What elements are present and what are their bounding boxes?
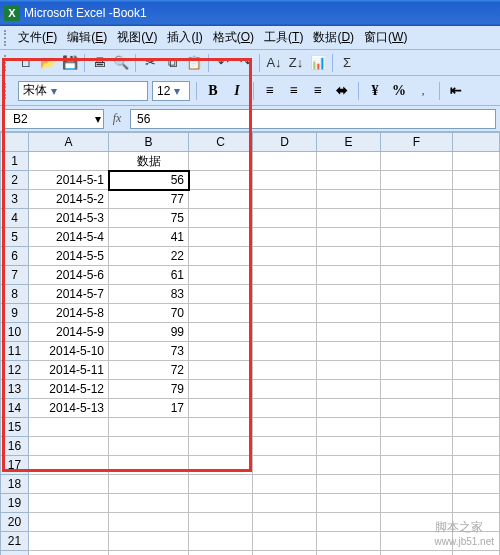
cell[interactable] [109, 456, 189, 475]
cell[interactable] [189, 247, 253, 266]
cell[interactable] [381, 494, 453, 513]
row-header[interactable]: 14 [1, 399, 29, 418]
cell[interactable] [189, 380, 253, 399]
row-header[interactable]: 11 [1, 342, 29, 361]
cell[interactable] [109, 475, 189, 494]
save-icon[interactable]: 💾 [60, 53, 80, 73]
row-header[interactable]: 5 [1, 228, 29, 247]
cell[interactable] [317, 456, 381, 475]
menu-v[interactable]: 视图(V) [113, 28, 161, 46]
cell[interactable] [29, 475, 109, 494]
cell[interactable] [253, 247, 317, 266]
cell[interactable]: 70 [109, 304, 189, 323]
cell[interactable] [109, 551, 189, 556]
cell[interactable] [317, 209, 381, 228]
cell[interactable] [317, 228, 381, 247]
redo-icon[interactable]: ↷ [235, 53, 255, 73]
cell[interactable] [189, 266, 253, 285]
cell[interactable] [381, 152, 453, 171]
cell[interactable]: 75 [109, 209, 189, 228]
cell[interactable] [453, 209, 500, 228]
copy-icon[interactable]: ⧉ [162, 53, 182, 73]
cell[interactable] [109, 418, 189, 437]
cell[interactable] [109, 437, 189, 456]
cell[interactable] [189, 228, 253, 247]
cell[interactable] [29, 513, 109, 532]
cell[interactable] [317, 513, 381, 532]
cell[interactable]: 2014-5-9 [29, 323, 109, 342]
cell[interactable] [253, 399, 317, 418]
autosum-icon[interactable]: Σ [337, 53, 357, 73]
cell[interactable] [317, 551, 381, 556]
cell[interactable] [189, 361, 253, 380]
cell[interactable]: 72 [109, 361, 189, 380]
cell[interactable]: 数据 [109, 152, 189, 171]
cell[interactable] [253, 437, 317, 456]
row-header[interactable]: 18 [1, 475, 29, 494]
cell[interactable] [317, 361, 381, 380]
cell[interactable]: 2014-5-1 [29, 171, 109, 190]
cell[interactable]: 2014-5-2 [29, 190, 109, 209]
cell[interactable] [381, 380, 453, 399]
row-header[interactable]: 15 [1, 418, 29, 437]
cell[interactable] [29, 532, 109, 551]
row-header[interactable]: 8 [1, 285, 29, 304]
cell[interactable] [317, 494, 381, 513]
cell[interactable] [317, 171, 381, 190]
column-header[interactable]: A [29, 133, 109, 152]
font-name-combo[interactable]: 宋体 ▾ [18, 81, 148, 101]
cell[interactable] [29, 551, 109, 556]
sort-desc-icon[interactable]: Z↓ [286, 53, 306, 73]
cell[interactable]: 22 [109, 247, 189, 266]
cell[interactable] [317, 418, 381, 437]
select-all-corner[interactable] [1, 133, 29, 152]
cell[interactable] [381, 266, 453, 285]
cell[interactable] [253, 342, 317, 361]
cell[interactable] [381, 190, 453, 209]
cell[interactable] [381, 475, 453, 494]
cell[interactable]: 2014-5-12 [29, 380, 109, 399]
cell[interactable] [453, 190, 500, 209]
row-header[interactable]: 3 [1, 190, 29, 209]
cell[interactable] [109, 513, 189, 532]
merge-icon[interactable]: ⬌ [332, 81, 352, 101]
cell[interactable] [189, 418, 253, 437]
cell[interactable] [109, 532, 189, 551]
cell[interactable] [29, 437, 109, 456]
cell[interactable] [253, 152, 317, 171]
cell[interactable] [317, 323, 381, 342]
font-size-combo[interactable]: 12 ▾ [152, 81, 190, 101]
cell[interactable] [253, 418, 317, 437]
cell[interactable] [453, 342, 500, 361]
cell[interactable] [453, 285, 500, 304]
cell[interactable]: 2014-5-5 [29, 247, 109, 266]
chart-icon[interactable]: 📊 [308, 53, 328, 73]
cell[interactable] [189, 532, 253, 551]
align-left-icon[interactable]: ≡ [260, 81, 280, 101]
cell[interactable] [109, 494, 189, 513]
cell[interactable] [253, 361, 317, 380]
cell[interactable] [317, 304, 381, 323]
cell[interactable] [317, 399, 381, 418]
cell[interactable] [253, 456, 317, 475]
cell[interactable] [381, 437, 453, 456]
cell[interactable]: 56 [109, 171, 189, 190]
cell[interactable] [453, 304, 500, 323]
cell[interactable] [29, 418, 109, 437]
menu-t[interactable]: 工具(T) [260, 28, 307, 46]
cell[interactable] [189, 342, 253, 361]
cell[interactable] [453, 323, 500, 342]
cell[interactable] [29, 494, 109, 513]
cell[interactable] [381, 171, 453, 190]
cell[interactable] [189, 323, 253, 342]
cell[interactable]: 2014-5-4 [29, 228, 109, 247]
cell[interactable] [453, 266, 500, 285]
cell[interactable] [189, 475, 253, 494]
cell[interactable] [317, 266, 381, 285]
menu-w[interactable]: 窗口(W) [360, 28, 411, 46]
cell[interactable] [253, 323, 317, 342]
currency-icon[interactable]: ¥ [365, 81, 385, 101]
row-header[interactable]: 9 [1, 304, 29, 323]
row-header[interactable]: 13 [1, 380, 29, 399]
cell[interactable] [381, 209, 453, 228]
